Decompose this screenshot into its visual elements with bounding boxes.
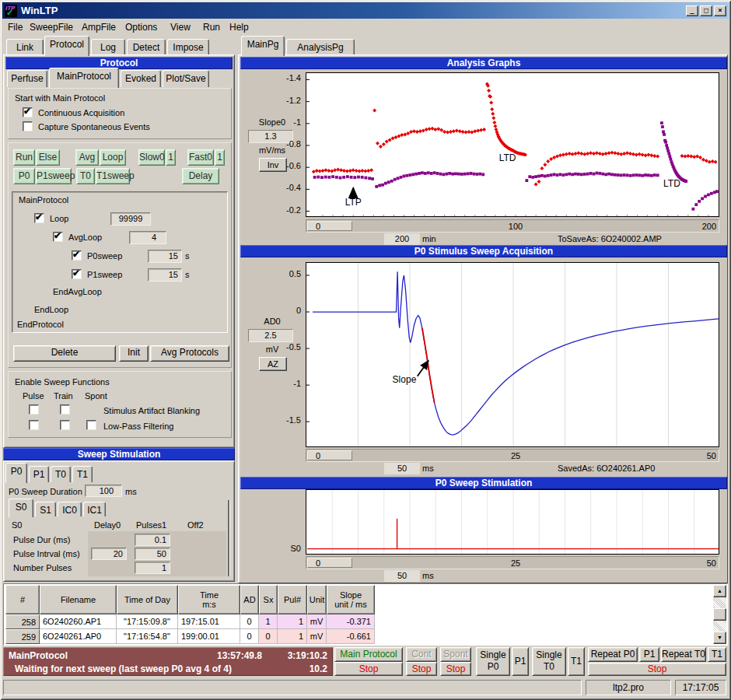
menu-view[interactable]: View bbox=[170, 22, 191, 33]
ad0-value-field[interactable]: 2.5 bbox=[248, 329, 293, 342]
scroll-up-icon[interactable]: ▲ bbox=[713, 585, 726, 597]
menu-file[interactable]: File bbox=[8, 22, 23, 33]
tab-analysispg[interactable]: AnalysisPg bbox=[286, 39, 355, 55]
t1sweep-button[interactable]: T1sweep bbox=[96, 168, 130, 184]
p0sweep-checkbox[interactable] bbox=[72, 250, 82, 261]
tab-sweep-t1[interactable]: T1 bbox=[72, 466, 93, 482]
tab-log[interactable]: Log bbox=[91, 39, 125, 55]
p0-button[interactable]: P0 bbox=[13, 168, 35, 184]
lowpass-train-checkbox[interactable] bbox=[60, 420, 70, 430]
single-t1-button[interactable]: T1 bbox=[568, 647, 585, 676]
tab-sweep-p0[interactable]: P0 bbox=[5, 463, 27, 483]
scroll-thumb[interactable] bbox=[713, 608, 726, 621]
analysis-range-field[interactable]: 200 bbox=[384, 233, 420, 245]
loop-button[interactable]: Loop bbox=[100, 149, 126, 166]
col-pul[interactable]: Pul# bbox=[278, 585, 307, 614]
avg-button[interactable]: Avg bbox=[75, 149, 99, 166]
stop-cont-button[interactable]: Stop bbox=[406, 662, 437, 676]
cont-button[interactable]: Cont bbox=[406, 647, 437, 662]
repeat-t0-button[interactable]: Repeat T0 bbox=[661, 647, 706, 662]
pulse-intrval-pulses1-field[interactable]: 50 bbox=[135, 548, 170, 560]
p1sweep-period-field[interactable]: 15 bbox=[148, 268, 182, 282]
acquisition-x-origin[interactable]: 0 bbox=[307, 450, 352, 460]
table-scrollbar[interactable]: ▲ ▼ bbox=[713, 585, 726, 644]
tab-impose[interactable]: Impose bbox=[167, 39, 209, 55]
single-p0-button[interactable]: Single P0 bbox=[476, 647, 510, 676]
menu-sweepfile[interactable]: SweepFile bbox=[30, 22, 73, 33]
analysis-x-origin[interactable]: 0 bbox=[307, 221, 352, 231]
avg-protocols-button[interactable]: Avg Protocols bbox=[150, 345, 229, 362]
analysis-x-axis[interactable]: 0 100 200 bbox=[306, 219, 719, 233]
single-t0-button[interactable]: Single T0 bbox=[532, 647, 566, 676]
acquisition-x-axis[interactable]: 0 25 50 bbox=[306, 449, 719, 462]
maximize-button[interactable]: □ bbox=[700, 5, 712, 16]
protocol-tree[interactable]: MainProtocol Loop 99999 AvgLoop 4 P0swee… bbox=[12, 191, 228, 333]
run-button[interactable]: Run bbox=[13, 149, 35, 166]
col-timeofday[interactable]: Time of Day bbox=[117, 585, 178, 614]
tab-chan-s1[interactable]: S1 bbox=[35, 502, 56, 516]
col-filename[interactable]: Filename bbox=[40, 585, 117, 614]
repeat-p1-button[interactable]: P1 bbox=[639, 647, 659, 662]
tab-plotsave[interactable]: Plot/Save bbox=[163, 70, 209, 87]
stimulation-x-axis[interactable]: 0 25 50 bbox=[306, 556, 719, 569]
p1sweep-checkbox[interactable] bbox=[72, 269, 82, 279]
menu-help[interactable]: Help bbox=[229, 22, 249, 33]
loop-checkbox[interactable] bbox=[34, 213, 44, 223]
repeat-t1-button[interactable]: T1 bbox=[708, 647, 726, 662]
tab-mainpg[interactable]: MainPg bbox=[241, 36, 285, 56]
title-bar[interactable]: ITP ✓ WinLTP _ □ × bbox=[2, 2, 729, 19]
slow0-button[interactable]: Slow0 bbox=[138, 149, 165, 166]
capture-spontaneous-checkbox[interactable] bbox=[23, 121, 33, 131]
avgloop-checkbox[interactable] bbox=[53, 232, 63, 242]
t0-button[interactable]: T0 bbox=[76, 168, 95, 184]
acquisition-range-field[interactable]: 50 bbox=[384, 463, 420, 474]
loop-count-field[interactable]: 99999 bbox=[110, 212, 151, 226]
main-protocol-button[interactable]: Main Protocol bbox=[334, 647, 403, 662]
stop-repeat-button[interactable]: Stop bbox=[588, 663, 726, 676]
menu-options[interactable]: Options bbox=[125, 22, 157, 33]
lowpass-spont-checkbox[interactable] bbox=[86, 420, 96, 430]
stop-main-button[interactable]: Stop bbox=[334, 662, 403, 676]
scroll-down-icon[interactable]: ▼ bbox=[713, 632, 726, 644]
col-ad[interactable]: AD bbox=[240, 585, 259, 614]
avgloop-count-field[interactable]: 4 bbox=[129, 231, 166, 244]
pulse-intrval-delay0-field[interactable]: 20 bbox=[91, 548, 127, 560]
minimize-button[interactable]: _ bbox=[686, 5, 698, 16]
tab-chan-ic1[interactable]: IC1 bbox=[83, 502, 106, 516]
table-row[interactable]: 258 6O240260.AP1 "17:15:09.8" 197:15.01 … bbox=[5, 614, 375, 629]
tab-sweep-p1[interactable]: P1 bbox=[29, 466, 49, 482]
tab-mainprotocol[interactable]: MainProtocol bbox=[49, 68, 119, 88]
fast0-button[interactable]: Fast0 bbox=[187, 149, 214, 166]
col-num[interactable]: # bbox=[5, 585, 40, 614]
else-button[interactable]: Else bbox=[36, 149, 60, 166]
tab-evoked[interactable]: Evoked bbox=[121, 70, 161, 87]
repeat-p0-button[interactable]: Repeat P0 bbox=[588, 647, 638, 662]
tab-protocol[interactable]: Protocol bbox=[44, 36, 89, 56]
tab-detect[interactable]: Detect bbox=[127, 39, 166, 55]
pulse-dur-pulses1-field[interactable]: 0.1 bbox=[135, 534, 170, 546]
duration-field[interactable]: 100 bbox=[85, 485, 122, 497]
p0sweep-period-field[interactable]: 15 bbox=[148, 250, 182, 263]
col-sx[interactable]: Sx bbox=[259, 585, 278, 614]
tab-link[interactable]: Link bbox=[6, 39, 44, 55]
stop-spont-button[interactable]: Stop bbox=[440, 662, 471, 676]
fast0-count[interactable]: 1 bbox=[215, 149, 225, 166]
lowpass-pulse-checkbox[interactable] bbox=[29, 420, 39, 430]
menu-ampfile[interactable]: AmpFile bbox=[82, 22, 116, 33]
single-p1-button[interactable]: P1 bbox=[512, 647, 529, 676]
col-time[interactable]: Time m:s bbox=[178, 585, 240, 614]
init-button[interactable]: Init bbox=[119, 345, 149, 362]
menu-run[interactable]: Run bbox=[203, 22, 220, 33]
table-row[interactable]: 259 6O240261.AP0 "17:16:54.8" 199:00.01 … bbox=[5, 629, 375, 644]
p1sweep-button[interactable]: P1sweep bbox=[36, 168, 72, 184]
tab-chan-ic0[interactable]: IC0 bbox=[58, 502, 82, 516]
col-slope[interactable]: Slope unit / ms bbox=[327, 585, 375, 614]
spont-button[interactable]: Spont bbox=[440, 647, 471, 662]
autozero-button[interactable]: AZ bbox=[259, 357, 287, 371]
close-button[interactable]: × bbox=[714, 5, 726, 16]
number-pulses-pulses1-field[interactable]: 1 bbox=[135, 562, 170, 574]
stimulation-range-field[interactable]: 50 bbox=[384, 570, 420, 582]
delete-button[interactable]: Delete bbox=[13, 345, 116, 362]
blanking-pulse-checkbox[interactable] bbox=[29, 404, 39, 415]
tab-chan-s0[interactable]: S0 bbox=[9, 499, 33, 517]
